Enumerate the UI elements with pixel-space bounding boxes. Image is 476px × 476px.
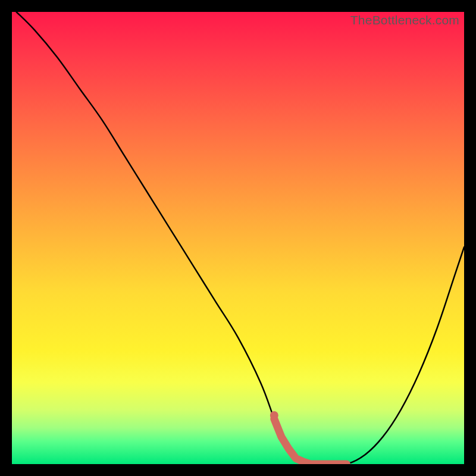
watermark-label: TheBottleneck.com xyxy=(350,13,459,27)
optimal-flat-region xyxy=(274,419,347,464)
optimal-region-start-dot xyxy=(270,411,278,419)
chart-svg xyxy=(12,12,464,464)
chart-frame: TheBottleneck.com xyxy=(12,12,464,464)
bottleneck-curve-line xyxy=(17,12,464,464)
